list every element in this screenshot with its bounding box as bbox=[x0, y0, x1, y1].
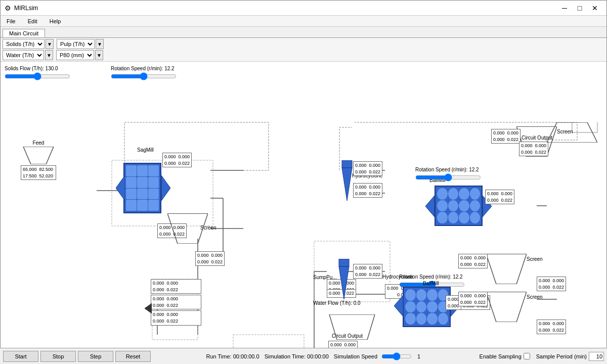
step-button[interactable]: Step bbox=[78, 351, 113, 362]
splitter-triangle bbox=[145, 303, 152, 314]
reset-button[interactable]: Reset bbox=[115, 351, 151, 362]
svg-marker-30 bbox=[145, 303, 152, 313]
screen3-container: Screen 0.000 0.000 0.000 0.022 bbox=[486, 254, 527, 285]
pulp-dropdown-arrow[interactable]: ▼ bbox=[96, 39, 104, 49]
app-title: MIRLsim bbox=[14, 5, 38, 12]
circuit-output1-values: 0.000 0.000 0.000 0.022 bbox=[519, 142, 548, 156]
svg-marker-40 bbox=[394, 295, 403, 316]
svg-marker-33 bbox=[425, 196, 435, 217]
svg-marker-32 bbox=[342, 168, 352, 201]
app-icon: ⚙ bbox=[5, 4, 11, 12]
sagmill-values: 0.000 0.000 0.000 0.022 bbox=[162, 153, 192, 167]
ballmill2-body bbox=[403, 287, 451, 327]
screen1-shape bbox=[167, 213, 208, 245]
right-out-values1: 0.000 0.000 0.000 0.022 bbox=[537, 277, 566, 291]
svg-marker-42 bbox=[486, 254, 527, 284]
tab-bar: Main Circuit bbox=[1, 27, 606, 38]
tab-main-circuit[interactable]: Main Circuit bbox=[3, 29, 45, 37]
main-area: Solids Flow (T/h): 130.0 Rotation Speed … bbox=[1, 62, 606, 363]
toolbar: Solids (T/h) ▼ Pulp (T/h) ▼ Water (T/h) … bbox=[1, 38, 606, 62]
solids-dropdown-arrow[interactable]: ▼ bbox=[46, 39, 54, 49]
splitter-val2: 0.000 0.000 0.000 0.022 bbox=[151, 295, 201, 309]
rotation-speed-2-slider[interactable] bbox=[415, 173, 481, 181]
ballmill2-left-triangle bbox=[394, 295, 403, 317]
solids-dropdown[interactable]: Solids (T/h) bbox=[3, 39, 45, 49]
solids-flow-control: Solids Flow (T/h): 130.0 bbox=[5, 66, 70, 81]
svg-marker-26 bbox=[116, 175, 125, 201]
rotation-speed-3-label: Rotation Speed (r/min): 12.2 bbox=[399, 274, 465, 280]
circuit-output2-shape bbox=[327, 314, 377, 341]
water-dropdown-arrow[interactable]: ▼ bbox=[45, 50, 53, 60]
stop-button[interactable]: Stop bbox=[40, 351, 76, 362]
hydrocyclone2-top-values: 0.000 0.000 0.000 0.022 bbox=[353, 264, 382, 279]
sagmill-label: SagMill bbox=[137, 147, 154, 153]
rotation-speed-1-slider[interactable] bbox=[111, 72, 177, 80]
svg-rect-38 bbox=[339, 259, 349, 266]
ballmill1-left-triangle bbox=[425, 196, 435, 218]
splitter-val1: 0.000 0.000 0.000 0.022 bbox=[151, 279, 201, 294]
rotation-speed-1-label: Rotation Speed (r/min): 12.2 bbox=[111, 66, 177, 71]
sim-speed-value: 1 bbox=[414, 353, 424, 359]
edit-menu[interactable]: Edit bbox=[24, 17, 41, 25]
solids-flow-slider[interactable] bbox=[5, 72, 70, 80]
hydrocyclone1-top-values: 0.000 0.000 0.000 0.022 bbox=[353, 161, 382, 176]
svg-marker-25 bbox=[23, 147, 54, 164]
p80-dropdown-arrow[interactable]: ▼ bbox=[95, 50, 103, 60]
rotation-speed-1-control: Rotation Speed (r/min): 12.2 bbox=[111, 66, 177, 81]
feed-container: Feed 65.000 82.500 17.500 52.020 bbox=[21, 140, 56, 180]
ballmill2-label: BallMill bbox=[423, 280, 439, 286]
hydrocyclone1-shape bbox=[339, 160, 355, 202]
rotation-speed-2-control: Rotation Speed (r/min): 12.2 bbox=[415, 167, 481, 183]
sim-time-label: Simulation Time: 00:00:00 bbox=[265, 353, 329, 359]
p80-dropdown[interactable]: P80 (mm) bbox=[56, 50, 94, 60]
close-button[interactable]: ✕ bbox=[587, 2, 602, 15]
screen3-values-in: 0.000 0.000 0.000 0.022 bbox=[458, 254, 488, 268]
hydrocyclone2-shape bbox=[336, 259, 352, 300]
ballmill1-out-values: 0.000 0.000 0.000 0.022 bbox=[485, 190, 514, 204]
title-bar: ⚙ MIRLsim ─ □ ✕ bbox=[1, 1, 606, 16]
feed-funnel-svg bbox=[21, 147, 56, 164]
svg-marker-28 bbox=[167, 213, 208, 244]
svg-marker-27 bbox=[161, 175, 170, 201]
screen1-out-values: 0.000 0.000 0.000 0.022 bbox=[195, 251, 225, 266]
water-flow-label: Water Flow (T/h): 0.0 bbox=[313, 300, 361, 306]
sagmill-body bbox=[123, 163, 161, 213]
feed-values: 65.000 82.500 17.500 52.020 bbox=[21, 165, 56, 180]
svg-marker-37 bbox=[547, 122, 597, 143]
screen4-label: Screen bbox=[527, 294, 543, 300]
sample-period-input[interactable] bbox=[589, 352, 604, 361]
water-dropdown[interactable]: Water (T/h) bbox=[3, 50, 44, 60]
maximize-button[interactable]: □ bbox=[572, 2, 587, 15]
enable-sampling-checkbox[interactable] bbox=[524, 353, 530, 359]
sim-speed-slider[interactable] bbox=[381, 352, 412, 360]
help-menu[interactable]: Help bbox=[46, 17, 65, 25]
sagmill-left-triangle bbox=[116, 175, 125, 202]
minimize-button[interactable]: ─ bbox=[557, 2, 572, 15]
sim-speed-label: Simulation Speed bbox=[334, 353, 377, 359]
hydrocyclone1-values: 0.000 0.000 0.000 0.022 bbox=[353, 183, 382, 198]
ballmill1-body bbox=[435, 186, 483, 226]
run-time-label: Run Time: 00:00:00.0 bbox=[206, 353, 259, 359]
sagmill-right-triangle bbox=[161, 175, 170, 202]
enable-sampling-label: Enable Sampling bbox=[480, 353, 522, 359]
svg-rect-31 bbox=[342, 160, 352, 168]
screen4-container: Screen 0.000 0.000 0.000 0.022 bbox=[486, 292, 527, 323]
file-menu[interactable]: File bbox=[3, 17, 20, 25]
splitter-container: 0.000 0.000 0.000 0.022 0.000 0.000 0.00… bbox=[151, 279, 201, 326]
screen3-label: Screen bbox=[527, 256, 543, 262]
screen4-values: 0.000 0.000 0.000 0.022 bbox=[458, 292, 488, 306]
sagmill-text: SagMill bbox=[137, 147, 154, 153]
svg-marker-49 bbox=[329, 314, 375, 340]
svg-marker-44 bbox=[486, 292, 527, 322]
screen2-values: 0.000 0.000 0.000 0.022 bbox=[491, 129, 521, 144]
splitter-val3: 0.000 0.000 0.000 0.022 bbox=[151, 310, 201, 325]
menu-bar: File Edit Help bbox=[1, 16, 606, 27]
window-controls: ─ □ ✕ bbox=[557, 2, 602, 15]
circuit-output1-shape bbox=[547, 122, 597, 144]
start-button[interactable]: Start bbox=[3, 351, 38, 362]
sample-period-label: Sample Period (min) bbox=[536, 353, 587, 359]
pulp-dropdown[interactable]: Pulp (T/h) bbox=[57, 39, 95, 49]
feed-label: Feed bbox=[21, 140, 56, 146]
rotation-speed-2-label: Rotation Speed (r/min): 12.2 bbox=[415, 167, 481, 172]
svg-marker-39 bbox=[339, 266, 349, 299]
